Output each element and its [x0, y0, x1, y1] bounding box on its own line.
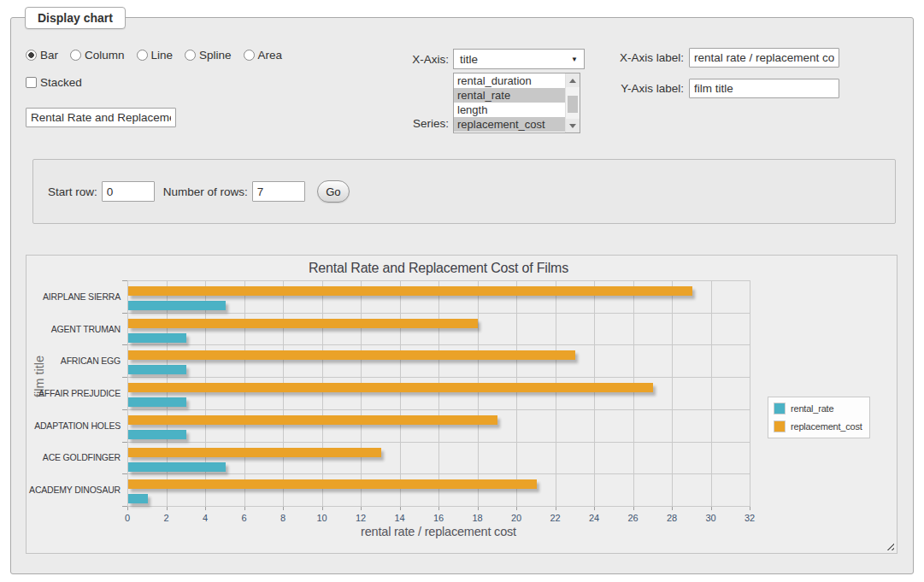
bar-rental_rate — [128, 397, 186, 407]
bar-replacement_cost — [128, 415, 497, 425]
y-axis-label-input[interactable] — [689, 79, 839, 98]
series-label: Series: — [368, 117, 449, 130]
chart-title-input[interactable] — [26, 108, 176, 127]
series-option-length[interactable]: length — [454, 103, 565, 117]
start-row-label: Start row: — [48, 185, 97, 198]
chart-type-radio-group: Bar Column Line Spline Area — [26, 49, 290, 62]
bar-rental_rate — [128, 365, 186, 374]
chart-type-spline[interactable]: Spline — [185, 49, 232, 62]
rows-form: Start row: Number of rows: Go — [32, 159, 896, 224]
x-tick-label: 12 — [348, 513, 374, 523]
fieldset-legend: Display chart — [25, 7, 126, 29]
y-axis-label-caption: Y-Axis label: — [598, 82, 684, 95]
bar-rental_rate — [128, 494, 148, 503]
chart-type-column[interactable]: Column — [70, 49, 125, 62]
x-tick-label: 2 — [154, 513, 180, 523]
legend-label: rental_rate — [791, 403, 833, 414]
series-option-replacement_cost[interactable]: replacement_cost — [454, 117, 565, 132]
x-axis-label-caption: X-Axis label: — [598, 51, 684, 64]
spline-radio-label: Spline — [199, 49, 232, 62]
stacked-checkbox-row[interactable]: Stacked — [26, 76, 82, 89]
x-tick-label: 14 — [387, 513, 413, 523]
category-label: AIRPLANE SIERRA — [26, 291, 121, 302]
chart-type-bar[interactable]: Bar — [26, 49, 58, 62]
line-radio[interactable] — [137, 50, 148, 61]
category-label: AGENT TRUMAN — [26, 324, 121, 334]
category-label: AFFAIR PREJUDICE — [26, 388, 121, 398]
display-chart-fieldset: Display chart Bar Column Line Spline Are… — [10, 17, 914, 574]
stacked-checkbox[interactable] — [26, 77, 37, 88]
line-radio-label: Line — [151, 49, 174, 62]
column-radio-label: Column — [85, 49, 125, 62]
x-tick-label: 0 — [115, 513, 140, 523]
x-tick-label: 16 — [426, 513, 451, 523]
bar-replacement_cost — [128, 479, 537, 489]
go-button[interactable]: Go — [317, 180, 350, 203]
x-tick-label: 4 — [192, 513, 218, 523]
chart-legend: rental_ratereplacement_cost — [768, 397, 870, 438]
bar-replacement_cost — [128, 286, 692, 296]
x-tick-label: 28 — [659, 513, 685, 523]
bar-replacement_cost — [128, 319, 478, 328]
x-tick-label: 18 — [465, 513, 491, 523]
bar-replacement_cost — [128, 448, 381, 457]
bar-replacement_cost — [128, 383, 653, 392]
chevron-down-icon: ▼ — [571, 56, 578, 63]
legend-swatch-replacement_cost — [774, 420, 786, 432]
x-axis-title: rental rate / replacement cost — [127, 525, 750, 538]
category-label: AFRICAN EGG — [26, 356, 121, 366]
x-tick-label: 20 — [503, 513, 529, 523]
x-tick-label: 8 — [270, 513, 296, 523]
bar-radio[interactable] — [26, 50, 37, 61]
x-tick-label: 6 — [232, 513, 257, 523]
legend-entry: rental_rate — [774, 403, 862, 414]
x-tick-label: 24 — [581, 513, 607, 523]
num-rows-label: Number of rows: — [163, 185, 248, 198]
series-option-rental_rate[interactable]: rental_rate — [454, 88, 565, 103]
x-axis-select-label: X-Axis: — [368, 53, 449, 66]
bar-rental_rate — [128, 462, 226, 472]
bar-replacement_cost — [128, 350, 575, 360]
bar-radio-label: Bar — [40, 49, 58, 62]
bar-rental_rate — [128, 430, 186, 439]
chart-type-line[interactable]: Line — [137, 49, 174, 62]
start-row-input[interactable] — [102, 181, 155, 202]
scrollbar-thumb[interactable] — [568, 96, 578, 113]
bar-rental_rate — [128, 333, 186, 343]
scroll-down-icon[interactable] — [566, 119, 580, 132]
series-option-rental_duration[interactable]: rental_duration — [454, 73, 565, 88]
chart-type-area[interactable]: Area — [244, 49, 283, 62]
series-listbox-options: rental_durationrental_ratelengthreplacem… — [454, 73, 565, 132]
scroll-up-icon[interactable] — [566, 73, 580, 87]
series-listbox[interactable]: rental_durationrental_ratelengthreplacem… — [453, 73, 580, 133]
bar-rental_rate — [128, 301, 226, 310]
x-tick-label: 22 — [543, 513, 568, 523]
series-scrollbar[interactable] — [565, 73, 580, 132]
chart-container: Rental Rate and Replacement Cost of Film… — [26, 255, 898, 554]
stacked-label: Stacked — [40, 76, 82, 89]
chart-title: Rental Rate and Replacement Cost of Film… — [127, 261, 750, 276]
x-axis-selected-value: title — [460, 53, 478, 66]
x-axis-label-input[interactable] — [689, 48, 839, 68]
category-label: ADAPTATION HOLES — [26, 420, 121, 431]
x-tick-label: 10 — [309, 513, 335, 523]
area-radio[interactable] — [244, 50, 255, 61]
category-label: ACE GOLDFINGER — [26, 452, 121, 462]
num-rows-input[interactable] — [252, 181, 305, 202]
x-tick-label: 32 — [737, 513, 762, 523]
legend-label: replacement_cost — [791, 421, 862, 432]
area-radio-label: Area — [258, 49, 283, 62]
resize-handle-icon[interactable] — [886, 542, 894, 550]
legend-swatch-rental_rate — [774, 403, 786, 414]
x-tick-label: 30 — [698, 513, 724, 523]
spline-radio[interactable] — [185, 50, 196, 61]
x-axis-select[interactable]: title ▼ — [453, 49, 585, 69]
legend-entry: replacement_cost — [774, 420, 862, 432]
column-radio[interactable] — [70, 50, 81, 61]
category-label: ACADEMY DINOSAUR — [26, 485, 121, 495]
x-tick-label: 26 — [621, 513, 646, 523]
